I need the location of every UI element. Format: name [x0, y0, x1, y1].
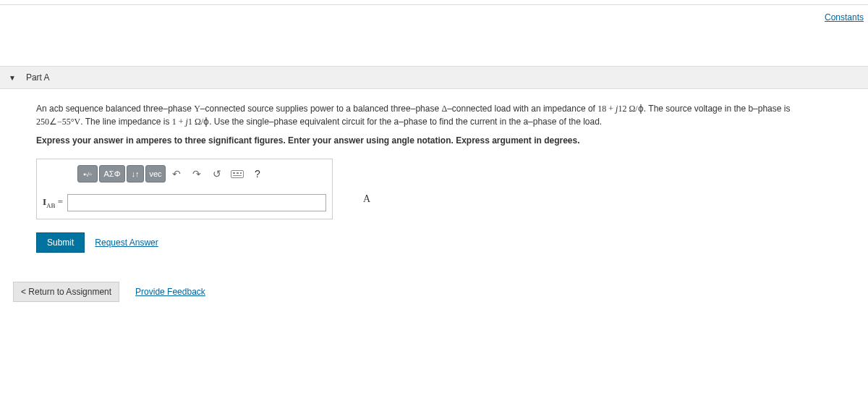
vector-button[interactable]: vec: [145, 165, 166, 182]
part-title: Part A: [26, 72, 50, 83]
submit-row: Submit Request Answer: [36, 232, 832, 253]
footer-row: < Return to Assignment Provide Feedback: [0, 282, 868, 302]
help-icon[interactable]: ?: [248, 165, 267, 182]
request-answer-link[interactable]: Request Answer: [95, 238, 158, 248]
part-content: An acb sequence balanced three–phase Y–c…: [0, 89, 868, 253]
constants-row: Constants: [0, 5, 868, 22]
greek-letters-button[interactable]: ΑΣΦ: [99, 165, 125, 182]
part-header[interactable]: ▼ Part A: [0, 66, 868, 89]
templates-button[interactable]: ▪√▫: [77, 165, 98, 182]
provide-feedback-link[interactable]: Provide Feedback: [135, 287, 205, 297]
collapse-caret-icon[interactable]: ▼: [9, 74, 16, 82]
keyboard-icon[interactable]: [228, 165, 247, 182]
constants-link[interactable]: Constants: [825, 12, 864, 22]
undo-icon[interactable]: ↶: [167, 165, 186, 182]
answer-input-row: IAB =: [43, 194, 326, 211]
return-to-assignment-button[interactable]: < Return to Assignment: [13, 282, 119, 302]
equation-toolbar: ▪√▫ ΑΣΦ ↓↑ vec ↶ ↷ ↺ ?: [77, 165, 326, 182]
answer-instruction: Express your answer in amperes to three …: [36, 135, 832, 146]
problem-statement: An acb sequence balanced three–phase Y–c…: [36, 102, 832, 128]
redo-icon[interactable]: ↷: [187, 165, 206, 182]
submit-button[interactable]: Submit: [36, 232, 85, 253]
unit-label: A: [363, 193, 370, 205]
answer-input[interactable]: [67, 194, 326, 211]
variable-label: IAB =: [43, 196, 63, 209]
reset-icon[interactable]: ↺: [208, 165, 226, 182]
answer-box: ▪√▫ ΑΣΦ ↓↑ vec ↶ ↷ ↺ ? IAB =: [36, 159, 333, 219]
templates-icon: ▪√▫: [83, 170, 91, 178]
subscript-superscript-button[interactable]: ↓↑: [127, 165, 144, 182]
